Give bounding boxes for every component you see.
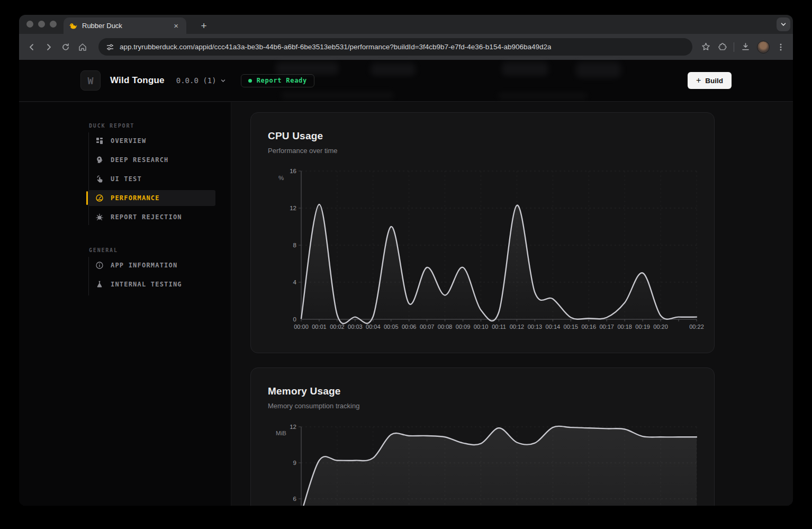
sidebar-item-label: REPORT REJECTION — [111, 213, 182, 221]
tab-strip: Rubber Duck × + — [19, 15, 793, 34]
svg-text:8: 8 — [293, 242, 296, 248]
forward-button[interactable] — [40, 39, 57, 56]
tab-title: Rubber Duck — [82, 22, 166, 30]
svg-text:0: 0 — [293, 316, 296, 322]
browser-window: Rubber Duck × + app.tryrubberduck.com/ — [19, 15, 793, 506]
memory-usage-card: Memory Usage Memory consumption tracking… — [250, 367, 715, 506]
flask-icon — [95, 280, 104, 289]
version-selector[interactable]: 0.0.0 (1) — [176, 76, 226, 85]
svg-text:00:06: 00:06 — [402, 324, 417, 330]
svg-text:00:05: 00:05 — [384, 324, 399, 330]
sidebar-section-label: DUCK REPORT — [89, 123, 134, 129]
close-window-button[interactable] — [26, 21, 33, 28]
sidebar-item-label: DEEP RESEARCH — [111, 156, 169, 164]
cpu-usage-card: CPU Usage Performance over time 4812160%… — [250, 112, 715, 353]
svg-text:00:11: 00:11 — [492, 324, 506, 330]
info-icon — [95, 261, 104, 270]
url-bar[interactable]: app.tryrubberduck.com/appid/ccc41a3a-be3… — [98, 38, 692, 56]
sidebar-item-label: PERFORMANCE — [111, 194, 160, 202]
svg-text:00:14: 00:14 — [546, 324, 561, 330]
extensions-icon[interactable] — [717, 42, 727, 52]
sidebar-item-overview[interactable]: OVERVIEW — [88, 133, 215, 149]
svg-text:6: 6 — [293, 496, 296, 502]
app-page: W Wild Tongue 0.0.0 (1) Report Ready + B… — [19, 60, 793, 506]
app-logo: W — [80, 70, 101, 91]
toolbar-separator — [734, 42, 734, 52]
forward-icon — [44, 42, 53, 52]
app-header: W Wild Tongue 0.0.0 (1) Report Ready + B… — [19, 60, 793, 102]
chart-subtitle: Performance over time — [268, 147, 338, 155]
svg-text:00:07: 00:07 — [420, 324, 435, 330]
sidebar-item-ui-test[interactable]: UI TEST — [88, 171, 215, 187]
svg-text:00:09: 00:09 — [456, 324, 471, 330]
chevron-down-icon — [220, 78, 226, 84]
url-text[interactable]: app.tryrubberduck.com/appid/ccc41a3a-be3… — [120, 43, 551, 51]
svg-text:00:02: 00:02 — [330, 324, 345, 330]
build-button[interactable]: + Build — [688, 72, 732, 89]
site-settings-icon[interactable] — [106, 43, 114, 51]
duck-favicon — [69, 22, 77, 30]
sidebar-item-performance[interactable]: PERFORMANCE — [88, 190, 215, 206]
svg-text:00:03: 00:03 — [348, 324, 363, 330]
svg-text:%: % — [278, 175, 284, 181]
traffic-lights[interactable] — [26, 21, 57, 28]
blurred-content — [502, 62, 548, 76]
minimize-window-button[interactable] — [38, 21, 45, 28]
svg-text:12: 12 — [290, 424, 296, 430]
sidebar-item-report-rejection[interactable]: REPORT REJECTION — [88, 209, 215, 225]
svg-text:00:19: 00:19 — [635, 324, 650, 330]
bookmark-star-icon[interactable] — [701, 42, 711, 52]
pointer-icon — [95, 175, 104, 183]
back-icon — [27, 42, 37, 52]
blurred-content — [498, 93, 588, 99]
research-icon — [95, 156, 104, 164]
tab-close-icon[interactable]: × — [171, 21, 181, 31]
sidebar-item-internal-testing[interactable]: INTERNAL TESTING — [88, 276, 215, 292]
maximize-window-button[interactable] — [50, 21, 57, 28]
svg-text:00:20: 00:20 — [653, 324, 668, 330]
main-content: CPU Usage Performance over time 4812160%… — [231, 102, 793, 506]
svg-text:00:00: 00:00 — [294, 324, 309, 330]
svg-text:00:13: 00:13 — [528, 324, 543, 330]
reload-button[interactable] — [57, 39, 74, 56]
tab-search-button[interactable] — [777, 17, 790, 31]
chart-subtitle: Memory consumption tracking — [268, 402, 359, 410]
svg-text:00:22: 00:22 — [689, 324, 704, 330]
blurred-content — [576, 62, 621, 78]
status-dot — [248, 79, 252, 83]
sidebar-item-label: INTERNAL TESTING — [111, 281, 182, 288]
new-tab-button[interactable]: + — [197, 19, 211, 33]
memory-usage-chart: 6912MiB — [251, 421, 715, 506]
cpu-usage-chart: 4812160%00:0000:0100:0200:0300:0400:0500… — [251, 167, 715, 338]
app-name: Wild Tongue — [110, 75, 165, 86]
svg-text:00:15: 00:15 — [564, 324, 579, 330]
blurred-content — [281, 92, 394, 99]
version-label: 0.0.0 (1) — [176, 76, 216, 85]
status-text: Report Ready — [257, 77, 307, 84]
home-icon — [78, 42, 87, 52]
build-label: Build — [705, 77, 723, 85]
sidebar-section-label: GENERAL — [89, 247, 118, 253]
svg-text:MiB: MiB — [276, 430, 286, 436]
status-badge: Report Ready — [241, 74, 314, 87]
sidebar-item-app-information[interactable]: APP INFORMATION — [88, 257, 215, 273]
blurred-content — [275, 62, 339, 75]
svg-text:00:16: 00:16 — [582, 324, 597, 330]
sidebar-item-label: APP INFORMATION — [111, 262, 177, 269]
download-icon[interactable] — [741, 42, 751, 52]
back-button[interactable] — [23, 39, 40, 56]
svg-text:00:01: 00:01 — [312, 324, 327, 330]
tab-search-chevron-icon — [780, 21, 787, 28]
svg-text:00:08: 00:08 — [438, 324, 453, 330]
profile-avatar[interactable] — [757, 41, 770, 53]
browser-tab[interactable]: Rubber Duck × — [64, 17, 186, 34]
menu-dots-icon[interactable] — [776, 42, 786, 52]
sidebar-item-label: OVERVIEW — [111, 137, 146, 145]
gauge-icon — [95, 194, 104, 202]
sidebar-item-deep-research[interactable]: DEEP RESEARCH — [88, 152, 215, 168]
svg-text:00:17: 00:17 — [599, 324, 614, 330]
home-button[interactable] — [74, 39, 91, 56]
svg-text:9: 9 — [293, 460, 296, 466]
browser-toolbar: app.tryrubberduck.com/appid/ccc41a3a-be3… — [19, 34, 793, 60]
svg-text:00:18: 00:18 — [617, 324, 632, 330]
